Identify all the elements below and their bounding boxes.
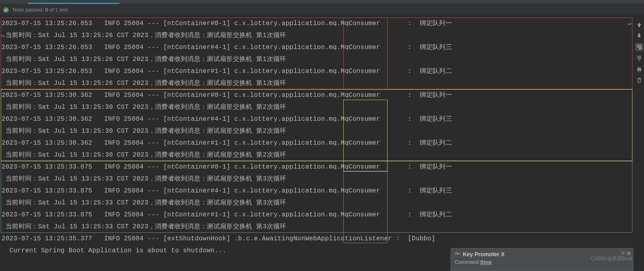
tests-passed-label: Tests passed: <box>12 7 44 13</box>
log-line: 当前时间：Sat Jul 15 13:25:26 CST 2023，消费者收到消… <box>2 29 644 41</box>
log-line: 当前时间：Sat Jul 15 13:25:33 CST 2023，消费者收到消… <box>2 173 644 185</box>
print-icon[interactable] <box>635 65 643 73</box>
log-line: 2023-07-15 13:25:33.875 INFO 25084 --- [… <box>2 185 644 197</box>
svg-point-4 <box>456 252 458 254</box>
notification-body-prefix: Command <box>455 259 480 265</box>
log-line: 当前时间：Sat Jul 15 13:25:26 CST 2023，消费者收到消… <box>2 53 644 65</box>
arrow-down-icon[interactable] <box>635 32 643 40</box>
notification-body-bold: Stop <box>480 259 492 265</box>
console-output[interactable]: 2023-07-15 13:25:26.853 INFO 25084 --- [… <box>0 16 644 257</box>
key-icon <box>455 251 460 257</box>
log-line: 2023-07-15 13:25:35.377 INFO 25084 --- [… <box>2 233 644 245</box>
log-line: 2023-07-15 13:25:26.853 INFO 25084 --- [… <box>2 18 644 29</box>
soft-wrap-indicator-icon: ↩ <box>628 18 632 30</box>
tests-status-bar: Tests passed: 0 of 1 test <box>0 4 644 16</box>
tests-passed-count: 0 <box>45 7 48 13</box>
close-icon[interactable] <box>627 251 631 257</box>
log-line: 2023-07-15 13:25:30.362 INFO 25084 --- [… <box>2 89 644 101</box>
arrow-up-icon[interactable] <box>635 21 643 29</box>
log-line: 2023-07-15 13:25:30.362 INFO 25084 --- [… <box>2 113 644 125</box>
notification-title: Key Promoter X <box>463 251 505 257</box>
log-line: 2023-07-15 13:25:30.362 INFO 25084 --- [… <box>2 137 644 149</box>
svg-point-3 <box>622 252 623 253</box>
soft-wrap-continue-icon: ↪ <box>1 30 5 42</box>
scroll-to-end-icon[interactable] <box>635 54 643 62</box>
log-line: 2023-07-15 13:25:33.875 INFO 25084 --- [… <box>2 161 644 173</box>
log-line: 当前时间：Sat Jul 15 13:25:33 CST 2023，消费者收到消… <box>2 197 644 209</box>
log-line: 当前时间：Sat Jul 15 13:25:30 CST 2023，消费者收到消… <box>2 101 644 113</box>
log-line: 2023-07-15 13:25:33.875 INFO 25084 --- [… <box>2 209 644 221</box>
svg-rect-2 <box>638 70 640 72</box>
tab-strip <box>0 0 644 4</box>
trash-icon[interactable] <box>635 77 643 84</box>
active-tab-indicator <box>28 3 119 4</box>
log-line: 当前时间：Sat Jul 15 13:25:33 CST 2023，消费者收到消… <box>2 221 644 233</box>
tests-pass-icon <box>3 7 9 13</box>
gear-icon[interactable] <box>621 251 625 257</box>
log-line: 2023-07-15 13:25:26.853 INFO 25084 --- [… <box>2 65 644 77</box>
log-line: 当前时间：Sat Jul 15 13:25:26 CST 2023，消费者收到消… <box>2 77 644 89</box>
log-line: 当前时间：Sat Jul 15 13:25:30 CST 2023，消费者收到消… <box>2 149 644 161</box>
log-line: 当前时间：Sat Jul 15 13:25:30 CST 2023，消费者收到消… <box>2 125 644 137</box>
tests-total: 1 test <box>55 7 68 13</box>
log-line: 2023-07-15 13:25:26.853 INFO 25084 --- [… <box>2 41 644 53</box>
svg-rect-1 <box>638 67 640 69</box>
console-gutter <box>634 16 644 84</box>
soft-wrap-icon[interactable] <box>635 43 643 51</box>
tests-of-label: of <box>49 7 54 13</box>
notification-popup: Key Promoter X Command Stop <box>450 248 634 271</box>
